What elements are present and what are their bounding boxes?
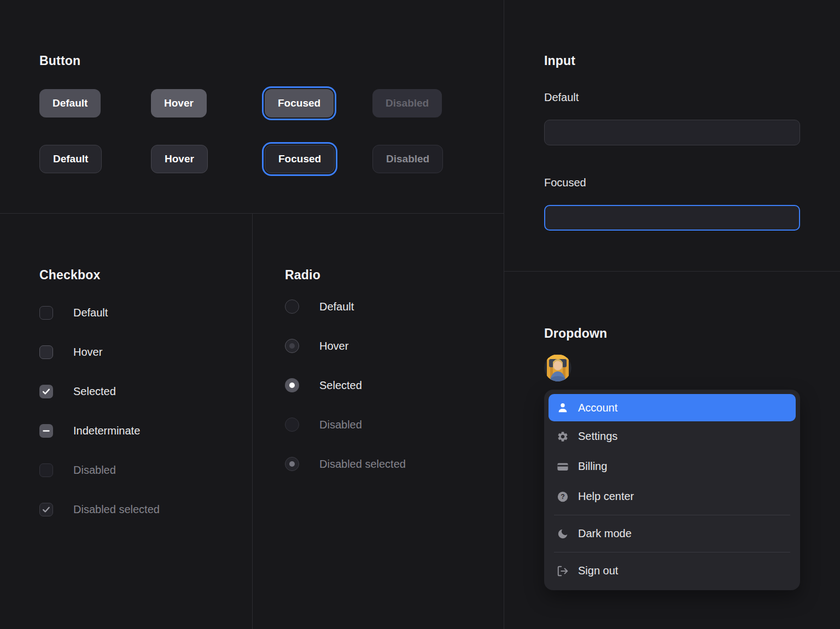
- checkbox-row: Indeterminate: [39, 424, 140, 438]
- radio-label: Selected: [319, 379, 362, 392]
- check-icon: [42, 387, 51, 396]
- checkbox-row: Disabled: [39, 463, 116, 477]
- minus-icon: [42, 426, 51, 436]
- menu-item-billing[interactable]: Billing: [549, 451, 796, 481]
- menu-divider: [554, 515, 790, 515]
- radio-selected[interactable]: [285, 378, 299, 392]
- input-section-title: Input: [544, 54, 575, 68]
- checkbox-label: Disabled selected: [73, 503, 160, 516]
- radio-label: Disabled selected: [319, 458, 406, 471]
- checkbox-label: Disabled: [73, 464, 116, 477]
- radio-row: Disabled: [285, 418, 362, 432]
- checkbox-disabled: [39, 463, 53, 477]
- checkbox-row: Hover: [39, 345, 102, 359]
- button-filled-default[interactable]: Default: [39, 89, 101, 117]
- gear-icon: [557, 431, 569, 443]
- checkbox-label: Hover: [73, 346, 102, 358]
- checkbox-hover[interactable]: [39, 345, 53, 359]
- check-icon: [42, 505, 51, 514]
- radio-label: Disabled: [319, 419, 362, 431]
- menu-item-help-center[interactable]: ? Help center: [549, 481, 796, 512]
- menu-item-label: Sign out: [578, 565, 618, 577]
- divider-horizontal-right: [504, 271, 840, 272]
- menu-item-label: Settings: [578, 430, 617, 443]
- input-focused-label: Focused: [544, 177, 586, 189]
- input-default-label: Default: [544, 91, 579, 104]
- help-circle-icon: ?: [557, 491, 569, 503]
- menu-item-label: Billing: [578, 460, 607, 473]
- checkbox-row: Disabled selected: [39, 502, 160, 516]
- menu-divider: [554, 552, 790, 552]
- button-section-title: Button: [39, 54, 80, 68]
- radio-dot: [289, 383, 295, 388]
- radio-row: Selected: [285, 378, 362, 392]
- button-ghost-hover[interactable]: Hover: [151, 145, 208, 173]
- checkbox-selected[interactable]: [39, 385, 53, 398]
- radio-row: Disabled selected: [285, 457, 406, 471]
- radio-row: Hover: [285, 339, 348, 353]
- radio-dot: [289, 461, 295, 467]
- checkbox-row: Default: [39, 305, 108, 320]
- checkbox-label: Selected: [73, 385, 116, 398]
- radio-disabled: [285, 418, 299, 432]
- input-default[interactable]: [544, 120, 800, 145]
- credit-card-icon: [557, 461, 569, 473]
- button-ghost-default[interactable]: Default: [39, 145, 102, 173]
- checkbox-label: Default: [73, 307, 108, 319]
- button-filled-hover[interactable]: Hover: [151, 89, 207, 117]
- checkbox-disabled-selected: [39, 503, 53, 516]
- menu-item-account[interactable]: Account: [549, 394, 796, 421]
- radio-section-title: Radio: [285, 268, 320, 283]
- radio-label: Hover: [319, 340, 348, 352]
- user-avatar[interactable]: [544, 354, 571, 381]
- menu-item-label: Help center: [578, 490, 634, 503]
- radio-disabled-selected: [285, 457, 299, 471]
- menu-item-label: Dark mode: [578, 527, 632, 540]
- menu-item-sign-out[interactable]: Sign out: [549, 556, 796, 586]
- user-avatar-image: [544, 354, 571, 381]
- checkbox-indeterminate[interactable]: [39, 424, 53, 438]
- radio-default[interactable]: [285, 299, 299, 314]
- moon-icon: [557, 528, 569, 540]
- button-ghost-disabled: Disabled: [372, 145, 443, 173]
- component-showcase: Button Default Hover Focused Disabled De…: [0, 0, 840, 629]
- input-focused[interactable]: [544, 205, 800, 231]
- user-icon: [557, 402, 569, 414]
- dropdown-menu: Account Settings Billing ? Help center: [544, 390, 800, 590]
- radio-label: Default: [319, 301, 354, 313]
- checkbox-row: Selected: [39, 384, 116, 398]
- divider-vertical-main: [504, 0, 504, 629]
- radio-dot: [289, 343, 295, 349]
- menu-item-dark-mode[interactable]: Dark mode: [549, 519, 796, 549]
- checkbox-section-title: Checkbox: [39, 268, 101, 283]
- menu-item-settings[interactable]: Settings: [549, 421, 796, 451]
- button-filled-focused[interactable]: Focused: [265, 89, 334, 117]
- radio-hover[interactable]: [285, 339, 299, 353]
- checkbox-label: Indeterminate: [73, 425, 140, 437]
- menu-item-label: Account: [578, 402, 617, 414]
- divider-vertical-left: [252, 213, 253, 629]
- button-filled-disabled: Disabled: [372, 89, 442, 117]
- svg-text:?: ?: [561, 493, 565, 501]
- button-ghost-focused[interactable]: Focused: [265, 145, 335, 173]
- dropdown-section-title: Dropdown: [544, 326, 607, 341]
- radio-row: Default: [285, 299, 354, 314]
- sign-out-icon: [557, 565, 569, 577]
- checkbox-default[interactable]: [39, 306, 53, 320]
